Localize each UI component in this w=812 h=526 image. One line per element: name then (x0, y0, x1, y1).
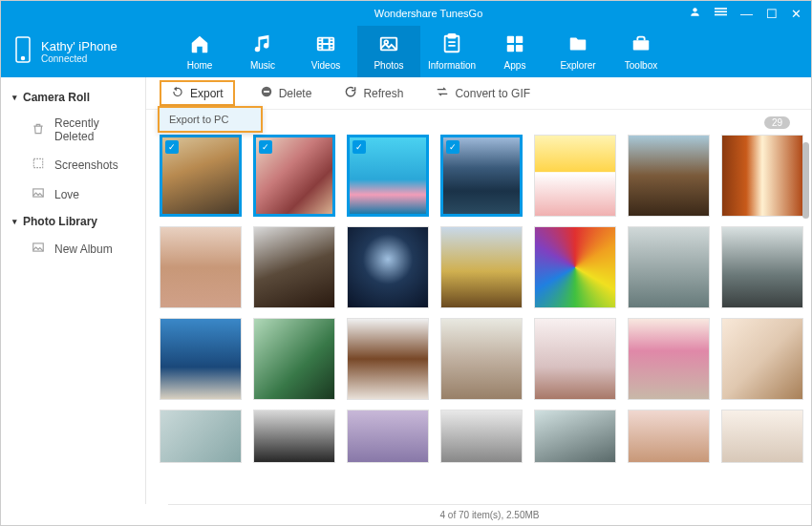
maximize-icon[interactable]: ☐ (766, 7, 778, 21)
tab-label: Apps (504, 60, 526, 71)
header: Kathy' iPhone Connected HomeMusicVideosP… (1, 26, 811, 77)
home-icon (189, 33, 210, 56)
export-label: Export (190, 87, 224, 100)
delete-button[interactable]: Delete (252, 81, 320, 105)
photo-thumb[interactable] (160, 410, 242, 463)
tab-label: Music (250, 60, 275, 71)
sidebar: ▾Camera RollRecently DeletedScreenshotsL… (1, 77, 146, 504)
tab-label: Videos (311, 60, 340, 71)
toolbox-icon (630, 33, 652, 56)
refresh-icon (344, 85, 357, 101)
titlebar: Wondershare TunesGo — ☐ ✕ (1, 1, 811, 26)
tab-home[interactable]: Home (168, 26, 231, 77)
photo-thumb[interactable]: ✓ (253, 135, 335, 217)
photo-thumb[interactable] (628, 135, 710, 217)
date-count-badge: 29 (764, 116, 790, 129)
toolbar: Export Delete Refresh Convert to GIF Exp… (146, 77, 811, 110)
device-panel[interactable]: Kathy' iPhone Connected (1, 26, 168, 77)
photo-thumb[interactable] (440, 410, 523, 463)
deleted-icon (32, 122, 45, 138)
photo-thumb[interactable] (347, 410, 429, 463)
convert-label: Convert to GIF (455, 87, 530, 100)
photo-thumb[interactable] (534, 135, 616, 217)
photo-thumb[interactable] (347, 226, 429, 308)
photo-thumb[interactable] (721, 226, 803, 308)
photo-thumb[interactable]: ✓ (160, 135, 242, 217)
screenshots-icon (32, 157, 45, 173)
app-title: Wondershare TunesGo (168, 8, 689, 19)
convert-button[interactable]: Convert to GIF (428, 81, 538, 105)
tab-toolbox[interactable]: Toolbox (609, 26, 673, 77)
photo-thumb[interactable] (253, 318, 335, 400)
sidebar-group[interactable]: ▾Camera Roll (1, 85, 145, 110)
photo-thumb[interactable] (721, 318, 803, 400)
delete-icon (260, 85, 273, 101)
sidebar-item-love[interactable]: Love (1, 179, 145, 209)
svg-rect-14 (516, 44, 523, 51)
information-icon (441, 33, 462, 56)
phone-icon (14, 36, 32, 67)
explorer-icon (567, 33, 588, 56)
photo-thumb[interactable] (721, 410, 803, 463)
user-icon[interactable] (689, 6, 701, 21)
status-text: 4 of 70 item(s), 2.50MB (440, 510, 540, 520)
tab-label: Photos (374, 60, 403, 71)
chevron-down-icon: ▾ (12, 217, 17, 226)
photo-thumb[interactable] (534, 318, 616, 400)
tab-apps[interactable]: Apps (483, 26, 546, 77)
export-icon (171, 85, 184, 101)
scrollbar-thumb[interactable] (802, 142, 809, 219)
sidebar-group[interactable]: ▾Photo Library (1, 209, 145, 234)
chevron-down-icon: ▾ (12, 93, 17, 102)
tab-information[interactable]: Information (420, 26, 483, 77)
sidebar-item-screenshots[interactable]: Screenshots (1, 150, 145, 179)
photo-grid: ✓✓✓✓ (160, 135, 803, 463)
photo-thumb[interactable]: ✓ (440, 135, 523, 217)
tab-explorer[interactable]: Explorer (546, 26, 609, 77)
photo-thumb[interactable] (440, 226, 523, 308)
thumb-check-icon: ✓ (165, 140, 179, 154)
photo-thumb[interactable] (628, 226, 710, 308)
photo-thumb[interactable] (534, 226, 616, 308)
svg-rect-11 (507, 35, 514, 42)
sidebar-group-label: Camera Roll (23, 91, 90, 104)
refresh-button[interactable]: Refresh (336, 81, 411, 105)
photo-thumb[interactable]: ✓ (347, 135, 429, 217)
photo-thumb[interactable] (628, 410, 710, 463)
svg-rect-13 (507, 44, 514, 51)
tab-videos[interactable]: Videos (294, 26, 357, 77)
photo-thumb[interactable] (440, 318, 523, 400)
statusbar: 4 of 70 item(s), 2.50MB (168, 504, 811, 525)
sidebar-item-label: Love (54, 188, 79, 201)
export-to-pc-item[interactable]: Export to PC (160, 108, 261, 131)
menu-icon[interactable] (715, 6, 727, 21)
minimize-icon[interactable]: — (740, 7, 753, 21)
photos-icon (378, 33, 399, 56)
tab-music[interactable]: Music (231, 26, 294, 77)
photo-thumb[interactable] (628, 318, 710, 400)
photo-thumb[interactable] (534, 410, 616, 463)
photo-thumb[interactable] (253, 410, 335, 463)
export-menu: Export to PC (158, 106, 263, 133)
music-icon (252, 33, 273, 56)
sidebar-item-newalbum[interactable]: New Album (1, 234, 145, 263)
tab-label: Toolbox (625, 60, 657, 71)
refresh-label: Refresh (363, 87, 403, 100)
convert-icon (436, 85, 449, 101)
photo-thumb[interactable] (721, 135, 803, 217)
tab-photos[interactable]: Photos (357, 26, 420, 77)
photo-thumb[interactable] (253, 226, 335, 308)
device-name: Kathy' iPhone (41, 39, 118, 53)
sidebar-item-deleted[interactable]: Recently Deleted (1, 110, 145, 150)
main-tabs: HomeMusicVideosPhotosInformationAppsExpl… (168, 26, 811, 77)
newalbum-icon (32, 241, 45, 257)
close-icon[interactable]: ✕ (791, 7, 801, 21)
svg-point-5 (22, 57, 25, 60)
window-controls: — ☐ ✕ (689, 6, 811, 21)
tab-label: Information (428, 60, 476, 71)
photo-thumb[interactable] (160, 318, 242, 400)
export-button[interactable]: Export (160, 80, 235, 106)
photo-thumb[interactable] (160, 226, 242, 308)
photo-thumb[interactable] (347, 318, 429, 400)
svg-point-0 (693, 8, 696, 11)
